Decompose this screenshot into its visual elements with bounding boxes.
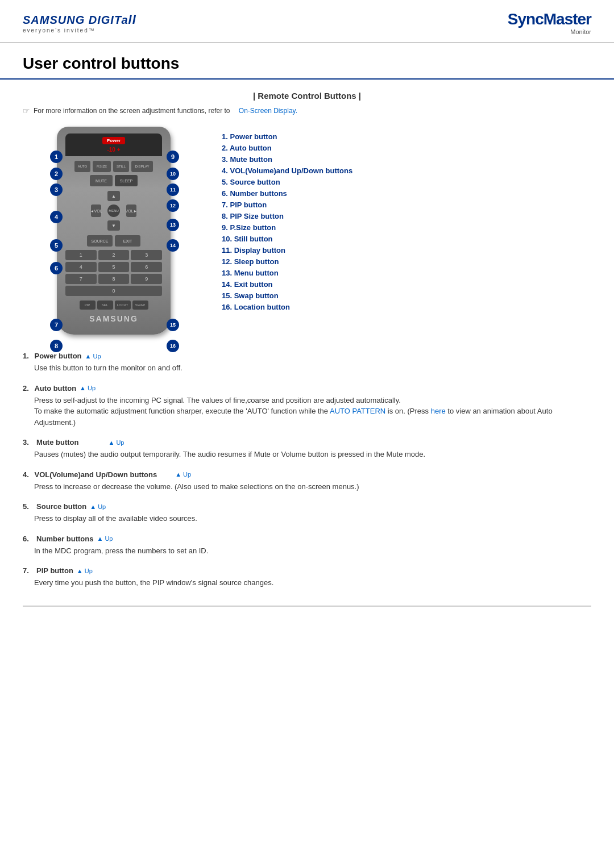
badge-10: 10 — [167, 168, 179, 180]
num-8: 8 — [98, 274, 130, 284]
desc-auto-text: Press to self-adjust to the incoming PC … — [23, 395, 591, 428]
desc-number-label: Number buttons — [36, 535, 93, 543]
desc-power-num: 1. — [23, 352, 31, 360]
button-items-list: 1. Power button 2. Auto button 3. Mute b… — [222, 132, 591, 311]
power-btn-visual: Power — [102, 137, 125, 144]
footer-line — [23, 606, 591, 607]
dpad-left: ◄VOL — [91, 205, 101, 217]
power-up-link[interactable]: ▲ Up — [85, 353, 101, 360]
badge-2: 2 — [50, 168, 63, 180]
sleep-btn-visual: SLEEP — [115, 175, 138, 186]
list-item-4: 4. VOL(Volume)and Up/Down buttons — [222, 166, 591, 175]
mute-btn-visual: MUTE — [90, 175, 113, 186]
desc-source-num: 5. — [23, 502, 33, 511]
desc-pip: 7. PIP button ▲ Up Every time you push t… — [23, 566, 591, 589]
desc-power: 1. Power button ▲ Up Use this button to … — [23, 352, 591, 374]
row-auto: AUTO P.SIZE STILL DISPLAY — [65, 161, 162, 172]
num-7: 7 — [65, 274, 97, 284]
badge-6: 6 — [50, 262, 63, 274]
samsung-tagline: everyone's invited™ — [23, 27, 96, 34]
source-up-link[interactable]: ▲ Up — [90, 503, 106, 510]
badge-1: 1 — [50, 151, 63, 163]
note-icon: ☞ — [23, 106, 30, 115]
desc-auto: 2. Auto button ▲ Up Press to self-adjust… — [23, 384, 591, 428]
info-note-text: For more information on the screen adjus… — [34, 107, 230, 115]
dpad-up: ▲ — [107, 191, 120, 201]
list-item-10: 10. Still button — [222, 235, 591, 243]
still-btn-visual: STILL — [113, 161, 129, 172]
syncmaster-text: SyncMaster — [508, 10, 591, 28]
row-mute: MUTE SLEEP — [65, 175, 162, 186]
desc-vol-num: 4. — [23, 470, 31, 479]
samsung-logo-text: SAMSUNG DIGITall — [23, 12, 136, 27]
desc-mute-text: Pauses (mutes) the audio output temporar… — [23, 449, 591, 460]
mute-up-link[interactable]: ▲ Up — [108, 439, 124, 446]
badge-14: 14 — [167, 239, 179, 252]
descriptions-section: 1. Power button ▲ Up Use this button to … — [23, 352, 591, 589]
list-item-9: 9. P.Size button — [222, 223, 591, 232]
desc-mute-title: 3. Mute button ▲ Up — [23, 438, 591, 446]
list-item-15: 15. Swap button — [222, 291, 591, 300]
remote-top-section: Power -10 + — [65, 133, 162, 156]
desc-source-text: Press to display all of the available vi… — [23, 513, 591, 524]
row-source-exit: SOURCE EXIT — [65, 235, 162, 247]
badge-8: 8 — [50, 340, 63, 352]
page-title: User control buttons — [23, 55, 591, 73]
desc-vol: 4. VOL(Volume)and Up/Down buttons ▲ Up P… — [23, 470, 591, 493]
num-4: 4 — [65, 262, 97, 272]
vol-up-link[interactable]: ▲ Up — [175, 471, 191, 478]
swap-btn-visual: SWAP — [132, 301, 148, 310]
on-screen-display-link[interactable]: On-Screen Display. — [239, 107, 297, 115]
desc-number: 6. Number buttons ▲ Up In the MDC progra… — [23, 535, 591, 557]
desc-number-text: In the MDC program, press the numbers to… — [23, 545, 591, 557]
badge-15: 15 — [167, 319, 179, 331]
remote-samsung-brand: SAMSUNG — [65, 314, 162, 323]
badge-7: 7 — [50, 319, 63, 331]
auto-pattern-link[interactable]: AUTO PATTERN — [330, 407, 385, 415]
dpad-right: VOL► — [126, 205, 136, 217]
badge-13: 13 — [167, 219, 179, 231]
num-1: 1 — [65, 250, 97, 260]
num-3: 3 — [131, 250, 162, 260]
bottom-row: PIP SEL LOCAT SWAP — [65, 301, 162, 310]
locate-btn-visual: LOCAT — [115, 301, 131, 310]
badge-11: 11 — [167, 183, 179, 196]
info-note: ☞ For more information on the screen adj… — [23, 106, 591, 115]
badge-5: 5 — [50, 239, 63, 252]
number-up-link[interactable]: ▲ Up — [97, 535, 113, 542]
pip-up-link[interactable]: ▲ Up — [77, 567, 93, 574]
badge-16: 16 — [167, 340, 179, 352]
list-item-11: 11. Display button — [222, 246, 591, 254]
remote-body: Power -10 + AUTO P.SIZE STILL DISPLAY MU… — [57, 127, 171, 335]
desc-pip-text: Every time you push the button, the PIP … — [23, 577, 591, 589]
list-item-5: 5. Source button — [222, 178, 591, 186]
desc-pip-title: 7. PIP button ▲ Up — [23, 566, 591, 575]
desc-mute: 3. Mute button ▲ Up Pauses (mutes) the a… — [23, 438, 591, 460]
desc-source-title: 5. Source button ▲ Up — [23, 502, 591, 511]
auto-btn-visual: AUTO — [74, 161, 90, 172]
button-list: 1. Power button 2. Auto button 3. Mute b… — [222, 127, 591, 314]
remote-wrapper: 1 2 3 4 5 6 7 8 9 10 11 12 13 14 15 16 P… — [23, 127, 205, 335]
num-0: 0 — [65, 286, 162, 296]
badge-9: 9 — [167, 151, 179, 163]
desc-source: 5. Source button ▲ Up Press to display a… — [23, 502, 591, 524]
desc-power-label: Power button — [34, 352, 81, 360]
desc-power-text: Use this button to turn the monitor on a… — [23, 362, 591, 374]
num-2: 2 — [98, 250, 130, 260]
dpad-down: ▼ — [107, 220, 120, 231]
here-link[interactable]: here — [431, 407, 446, 415]
num-9: 9 — [131, 274, 162, 284]
list-item-6: 6. Number buttons — [222, 189, 591, 198]
auto-up-link[interactable]: ▲ Up — [80, 385, 96, 391]
header: SAMSUNG DIGITall everyone's invited™ Syn… — [0, 0, 614, 43]
list-item-7: 7. PIP button — [222, 201, 591, 209]
dpad-center-menu: MENU — [107, 205, 120, 217]
power-row: Power — [70, 137, 157, 144]
list-item-2: 2. Auto button — [222, 144, 591, 152]
main-content: | Remote Control Buttons | ☞ For more in… — [0, 91, 614, 607]
samsung-logo: SAMSUNG DIGITall everyone's invited™ — [23, 12, 136, 34]
desc-auto-label: Auto button — [34, 384, 76, 393]
badge-3: 3 — [50, 183, 63, 196]
desc-mute-num: 3. — [23, 438, 33, 446]
page-title-section: User control buttons — [0, 43, 614, 80]
